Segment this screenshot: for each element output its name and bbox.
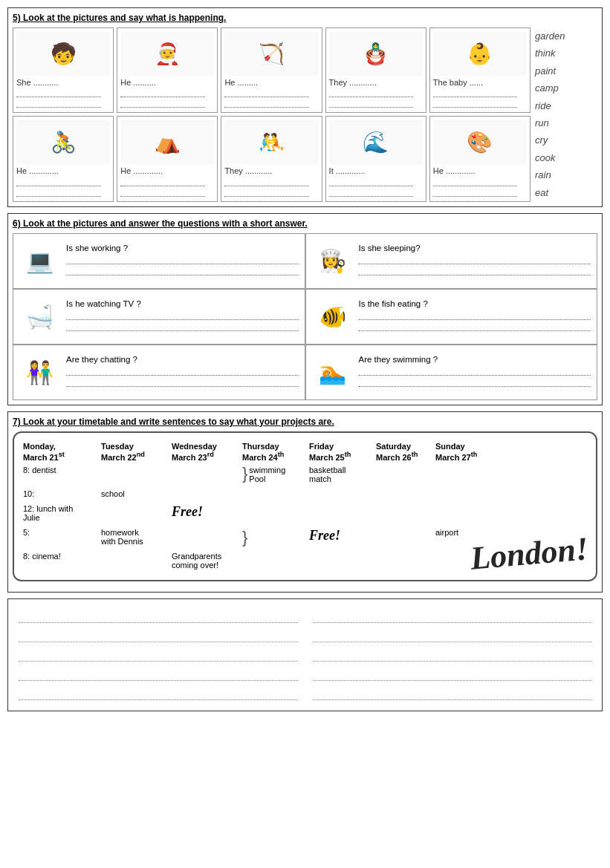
tt-r3-tue bbox=[98, 501, 169, 525]
word-cook: cook bbox=[535, 149, 597, 166]
s6-answer-1b bbox=[66, 267, 299, 275]
s5-label-r2c2: He ............. bbox=[120, 166, 163, 177]
s5-dotline-r2c5b bbox=[433, 189, 518, 197]
word-camp: camp bbox=[535, 79, 597, 97]
s5-label-r1c2: He .......... bbox=[120, 77, 156, 88]
s5-dotline-r2c1a bbox=[16, 179, 101, 186]
word-garden: garden bbox=[535, 27, 597, 45]
section8-grid bbox=[19, 607, 591, 703]
s5-img-r1c4: 🪆 bbox=[329, 31, 423, 76]
s6-answer-2b bbox=[359, 267, 591, 275]
s5-cell-r2c4: 🌊 It ............. bbox=[325, 116, 426, 201]
tt-r4-wed bbox=[169, 525, 239, 549]
s6-question-6: Are they swimming ? bbox=[359, 355, 591, 364]
writeline-r5 bbox=[313, 684, 592, 700]
s5-cell-r1c2: 🧑‍🎄 He .......... bbox=[117, 27, 218, 113]
s5-label-r2c3: They ............ bbox=[224, 166, 272, 177]
tt-r2-mon: 10: bbox=[20, 486, 98, 501]
s6-img-3: 🛁 bbox=[19, 304, 60, 330]
s5-dotline-r2c5a bbox=[433, 179, 518, 186]
writeline-l5 bbox=[19, 684, 298, 700]
s5-cell-r2c3: 🤼 They ............ bbox=[221, 116, 322, 201]
section6-title: 6) Look at the pictures and answer the q… bbox=[13, 218, 597, 229]
tt-header-thu: ThursdayMarch 24th bbox=[239, 440, 306, 463]
s6-question-4: Is the fish eating ? bbox=[359, 299, 591, 308]
tt-r2-thu bbox=[239, 486, 306, 501]
tt-r3-sat bbox=[373, 501, 432, 525]
word-think: think bbox=[535, 45, 597, 62]
section5: 5) Look at the pictures and say what is … bbox=[7, 7, 603, 207]
tt-r5-fri bbox=[306, 549, 373, 572]
writeline-r2 bbox=[313, 626, 592, 642]
s6-content-1: Is she working ? bbox=[66, 244, 299, 278]
s5-img-r2c2: ⛺ bbox=[120, 120, 214, 164]
word-ride: ride bbox=[535, 97, 597, 114]
writeline-l2 bbox=[19, 626, 298, 642]
section6: 6) Look at the pictures and answer the q… bbox=[7, 213, 603, 405]
s5-img-r1c1: 🧒 bbox=[16, 31, 110, 76]
s5-label-r1c3: He ......... bbox=[224, 77, 258, 88]
writeline-r4 bbox=[313, 665, 592, 681]
tt-r3-fri bbox=[306, 501, 373, 525]
s6-question-5: Are they chatting ? bbox=[66, 355, 299, 364]
s6-answer-4a bbox=[359, 311, 591, 320]
writeline-l3 bbox=[19, 645, 298, 662]
s6-answer-5a bbox=[66, 367, 299, 376]
writeline-r3 bbox=[313, 645, 592, 662]
tt-r2-tue: school bbox=[98, 486, 169, 501]
s6-content-2: Is she sleeping? bbox=[359, 244, 591, 278]
tt-r2-sat bbox=[373, 486, 432, 501]
tt-r4-fri: Free! bbox=[306, 525, 373, 549]
tt-r4-sat bbox=[373, 525, 432, 549]
s5-label-r1c4: They ............ bbox=[329, 77, 377, 88]
section7-title: 7) Look at your timetable and write sent… bbox=[13, 417, 597, 427]
tt-r5-wed: Grandparentscoming over! bbox=[169, 549, 239, 572]
s5-cell-r1c5: 👶 The baby ...... bbox=[429, 27, 530, 113]
s5-dotline-r1c2b bbox=[120, 100, 205, 108]
tt-r4-mon: 5: bbox=[20, 525, 98, 549]
s5-img-r2c3: 🤼 bbox=[224, 120, 318, 164]
tt-header-mon: Monday,March 21st bbox=[20, 440, 98, 463]
s5-label-r1c5: The baby ...... bbox=[433, 77, 483, 88]
s5-cell-r2c1: 🚴 He ............. bbox=[13, 116, 114, 201]
writeline-l1 bbox=[19, 607, 298, 623]
writing-col-right bbox=[313, 607, 592, 703]
s5-label-r2c1: He ............. bbox=[16, 166, 59, 177]
s5-img-r1c3: 🏹 bbox=[224, 31, 318, 76]
tt-r1-tue bbox=[98, 463, 169, 486]
s6-content-5: Are they chatting ? bbox=[66, 355, 299, 389]
s6-question-1: Is she working ? bbox=[66, 244, 299, 252]
tt-r1-wed bbox=[169, 463, 239, 486]
s5-dotline-r2c4a bbox=[329, 179, 414, 186]
tt-r3-mon: 12: lunch withJulie bbox=[20, 501, 98, 525]
s6-img-5: 👫 bbox=[19, 359, 60, 385]
s5-img-r2c1: 🚴 bbox=[16, 120, 110, 164]
tt-r1-thu: }swimmingPool bbox=[239, 463, 306, 486]
s6-answer-3a bbox=[66, 311, 299, 320]
tt-r2-fri bbox=[306, 486, 373, 501]
writeline-r1 bbox=[313, 607, 592, 623]
s5-cell-r1c3: 🏹 He ......... bbox=[221, 27, 322, 113]
s5-dotline-r2c4b bbox=[329, 189, 414, 197]
s6-img-4: 🐠 bbox=[312, 304, 353, 330]
section6-grid: 💻 Is she working ? 👩‍🍳 Is she sleeping? … bbox=[13, 233, 597, 400]
s6-cell-6: 🏊 Are they swimming ? bbox=[305, 345, 598, 400]
section5-title: 5) Look at the pictures and say what is … bbox=[13, 13, 597, 23]
s6-cell-1: 💻 Is she working ? bbox=[13, 233, 305, 289]
tt-header-sat: SaturdayMarch 26th bbox=[373, 440, 432, 463]
s6-answer-4b bbox=[359, 322, 591, 331]
tt-r2-sun bbox=[432, 486, 492, 501]
s6-answer-2a bbox=[359, 255, 591, 264]
s6-cell-4: 🐠 Is the fish eating ? bbox=[305, 289, 598, 345]
writeline-l4 bbox=[19, 665, 298, 681]
s6-cell-2: 👩‍🍳 Is she sleeping? bbox=[305, 233, 598, 289]
tt-r5-mon: 8: cinema! bbox=[20, 549, 98, 572]
section7: 7) Look at your timetable and write sent… bbox=[7, 411, 603, 593]
section8-writing bbox=[7, 598, 603, 711]
s5-dotline-r1c4a bbox=[329, 90, 414, 97]
s5-img-r2c5: 🎨 bbox=[433, 120, 527, 164]
s5-img-r1c2: 🧑‍🎄 bbox=[120, 31, 214, 76]
tt-r4-tue: homeworkwith Dennis bbox=[98, 525, 169, 549]
s5-dotline-r2c3a bbox=[224, 179, 309, 186]
word-paint: paint bbox=[535, 62, 597, 79]
